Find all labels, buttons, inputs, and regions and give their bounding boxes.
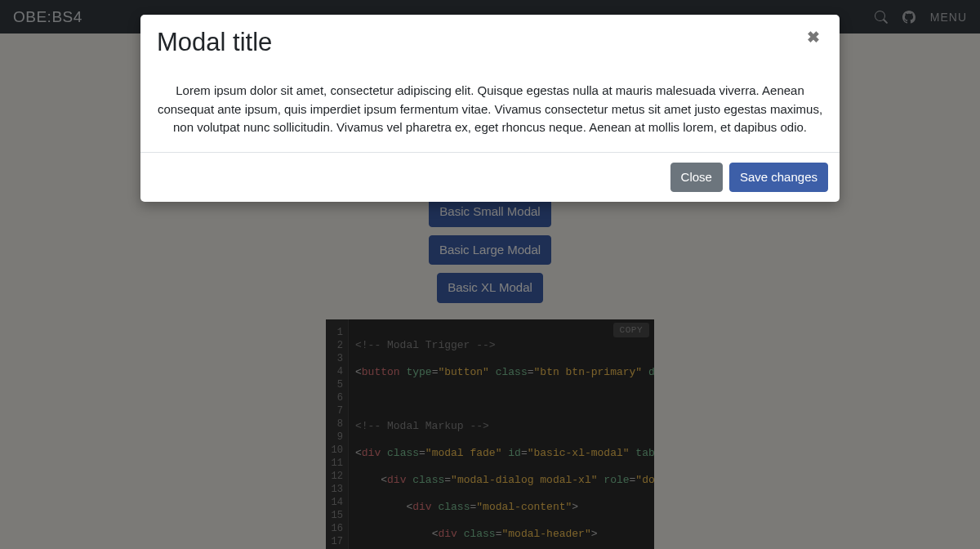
- modal-title: Modal title: [157, 28, 272, 57]
- modal-footer: Close Save changes: [140, 153, 840, 203]
- modal-header: Modal title ✖: [140, 15, 840, 70]
- close-button[interactable]: Close: [670, 163, 723, 193]
- modal-dialog: Modal title ✖ Lorem ipsum dolor sit amet…: [140, 15, 840, 202]
- close-icon[interactable]: ✖: [804, 28, 823, 47]
- modal-body: Lorem ipsum dolor sit amet, consectetur …: [140, 70, 840, 153]
- modal-wrap: Modal title ✖ Lorem ipsum dolor sit amet…: [0, 0, 980, 549]
- save-changes-button[interactable]: Save changes: [729, 163, 828, 193]
